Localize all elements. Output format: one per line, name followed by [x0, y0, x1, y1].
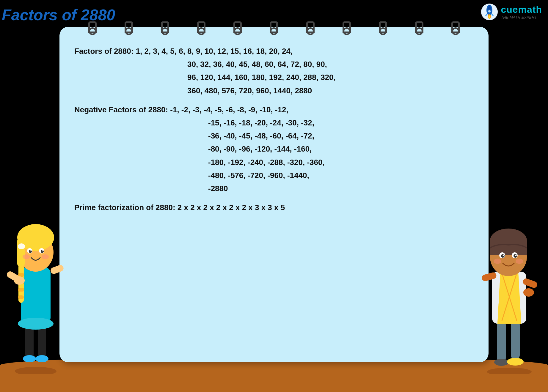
ring-3: [161, 21, 169, 33]
svg-rect-20: [18, 273, 24, 277]
svg-point-26: [29, 250, 32, 253]
factors-line4: 360, 480, 576, 720, 960, 1440, 2880: [187, 84, 474, 97]
svg-point-30: [23, 254, 30, 259]
logo-container: cuemath THE MATH EXPERT: [481, 3, 542, 21]
negative-line7: -2880: [208, 182, 474, 195]
factors-value-line1: 1, 2, 3, 4, 5, 6, 8, 9, 10, 12, 15, 16, …: [136, 47, 293, 56]
svg-point-53: [514, 254, 517, 258]
ring-7: [306, 21, 315, 33]
negative-label: Negative Factors of 2880:: [74, 105, 170, 114]
svg-point-39: [494, 359, 508, 366]
negative-line4: -80, -90, -96, -120, -144, -160,: [208, 142, 474, 155]
logo-text: cuemath THE MATH EXPERT: [501, 4, 542, 20]
svg-point-40: [507, 358, 524, 366]
svg-rect-49: [490, 240, 527, 255]
ring-1: [88, 21, 97, 33]
svg-point-32: [18, 243, 25, 249]
factors-section: Factors of 2880: 1, 2, 3, 4, 5, 6, 8, 9,…: [74, 45, 474, 97]
svg-point-11: [23, 355, 36, 362]
svg-point-7: [489, 15, 490, 18]
svg-point-57: [516, 259, 523, 264]
logo-tagline: THE MATH EXPERT: [501, 15, 542, 20]
negative-line2: -15, -16, -18, -20, -24, -30, -32,: [208, 116, 474, 129]
negative-line6: -480, -576, -720, -960, -1440,: [208, 169, 474, 182]
ring-6: [270, 21, 278, 33]
spiral-rings: [74, 21, 474, 33]
svg-rect-18: [17, 237, 25, 267]
svg-point-12: [35, 355, 48, 362]
svg-point-36: [487, 368, 532, 374]
factors-line3: 96, 120, 144, 160, 180, 192, 240, 288, 3…: [187, 71, 474, 84]
ring-8: [343, 21, 351, 33]
svg-point-54: [503, 255, 504, 256]
svg-point-60: [523, 288, 534, 297]
svg-rect-38: [511, 321, 520, 359]
factors-continuation: 30, 32, 36, 40, 45, 48, 60, 64, 72, 80, …: [74, 58, 474, 97]
prime-value: 2 x 2 x 2 x 2 x 2 x 2 x 3 x 3 x 5: [178, 203, 285, 212]
svg-point-55: [515, 255, 517, 256]
svg-point-27: [41, 250, 44, 253]
svg-point-29: [42, 250, 43, 251]
svg-rect-34: [50, 264, 65, 275]
negative-line5: -180, -192, -240, -288, -320, -360,: [208, 156, 474, 169]
ring-4: [197, 21, 205, 33]
prime-section: Prime factorization of 2880: 2 x 2 x 2 x…: [74, 201, 474, 214]
notebook: Factors of 2880: 1, 2, 3, 4, 5, 6, 8, 9,…: [59, 27, 489, 362]
ring-2: [125, 21, 133, 33]
notebook-content: Factors of 2880: 1, 2, 3, 4, 5, 6, 8, 9,…: [74, 45, 474, 214]
negative-continuation: -15, -16, -18, -20, -24, -30, -32, -36, …: [74, 116, 474, 195]
svg-rect-13: [21, 267, 51, 324]
svg-rect-23: [18, 295, 24, 299]
factors-line2: 30, 32, 36, 40, 45, 48, 60, 64, 72, 80, …: [187, 58, 474, 71]
negative-value-line1: -1, -2, -3, -4, -5, -6, -8, -9, -10, -12…: [170, 105, 288, 114]
ring-9: [379, 21, 387, 33]
factors-label: Factors of 2880:: [74, 47, 136, 56]
boy-character: [474, 202, 545, 374]
logo-rocket-icon: [481, 3, 498, 21]
svg-point-52: [501, 254, 505, 258]
svg-point-5: [488, 10, 491, 13]
ring-5: [233, 21, 242, 33]
ring-11: [451, 21, 460, 33]
svg-point-28: [30, 250, 32, 251]
negative-line3: -36, -40, -45, -48, -60, -64, -72,: [208, 129, 474, 142]
logo-brand-name: cuemath: [501, 4, 542, 15]
ring-10: [415, 21, 423, 33]
page-title: Factors of 2880: [2, 6, 115, 24]
svg-point-31: [42, 254, 49, 259]
svg-point-56: [494, 259, 501, 264]
svg-point-8: [15, 367, 56, 374]
svg-point-35: [14, 276, 25, 285]
svg-rect-22: [18, 288, 24, 292]
prime-label: Prime factorization of 2880:: [74, 203, 178, 212]
svg-point-14: [18, 318, 54, 330]
girl-character: [3, 196, 68, 374]
svg-rect-37: [497, 321, 506, 362]
negative-factors-section: Negative Factors of 2880: -1, -2, -3, -4…: [74, 103, 474, 195]
